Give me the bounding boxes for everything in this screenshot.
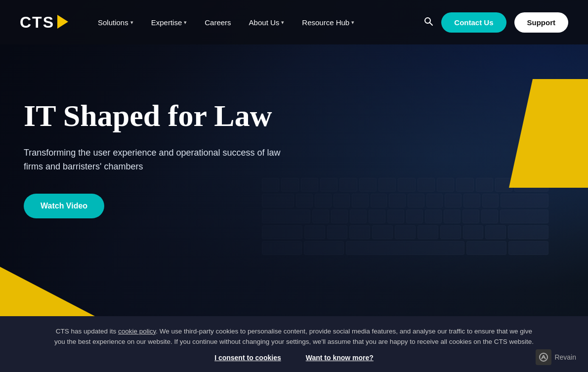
navbar: CTS Solutions ▾ Expertise ▾ Careers Abou…: [0, 0, 588, 44]
svg-point-2: [540, 353, 547, 361]
contact-us-button[interactable]: Contact Us: [441, 12, 506, 33]
logo-arrow-icon: [57, 15, 68, 29]
revain-icon: [536, 349, 551, 365]
nav-links: Solutions ▾ Expertise ▾ Careers About Us…: [98, 18, 423, 27]
chevron-down-icon: ▾: [130, 19, 133, 26]
logo-text: CTS: [20, 13, 54, 32]
chevron-down-icon: ▾: [351, 19, 354, 26]
watch-video-button[interactable]: Watch Video: [24, 194, 104, 218]
know-more-button[interactable]: Want to know more?: [306, 354, 374, 362]
hero-title: IT Shaped for Law: [24, 99, 291, 132]
nav-item-careers[interactable]: Careers: [205, 18, 231, 27]
cookie-policy-link[interactable]: cookie policy: [118, 328, 156, 335]
nav-actions: Contact Us Support: [423, 12, 568, 33]
nav-item-about-us[interactable]: About Us ▾: [249, 18, 285, 27]
hero-section: IT Shaped for Law Transforming the user …: [0, 0, 588, 316]
revain-label: Revain: [554, 353, 576, 361]
cookie-message: CTS has updated its cookie policy. We us…: [52, 327, 536, 347]
cookie-actions: I consent to cookies Want to know more?: [214, 354, 374, 362]
revain-badge: Revain: [536, 349, 576, 365]
nav-item-resource-hub[interactable]: Resource Hub ▾: [302, 18, 354, 27]
nav-item-expertise[interactable]: Expertise ▾: [151, 18, 187, 27]
hero-content: IT Shaped for Law Transforming the user …: [24, 99, 291, 218]
cookie-banner: CTS has updated its cookie policy. We us…: [0, 316, 588, 372]
chevron-down-icon: ▾: [184, 19, 187, 26]
search-button[interactable]: [423, 16, 433, 29]
svg-line-4: [544, 355, 546, 359]
support-button[interactable]: Support: [514, 12, 569, 33]
hero-subtitle: Transforming the user experience and ope…: [24, 146, 291, 174]
logo[interactable]: CTS: [20, 13, 68, 32]
search-icon: [423, 16, 433, 26]
chevron-down-icon: ▾: [281, 19, 284, 26]
consent-button[interactable]: I consent to cookies: [214, 354, 281, 362]
svg-line-3: [542, 355, 544, 359]
svg-line-1: [430, 22, 433, 25]
nav-item-solutions[interactable]: Solutions ▾: [98, 18, 133, 27]
